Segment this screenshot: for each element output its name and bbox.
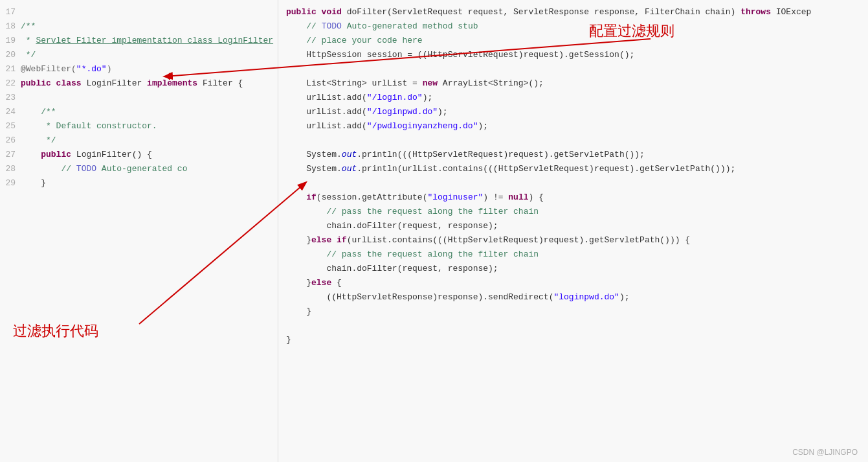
code-line: urlList.add("/login.do"); [286,91,868,105]
code-line: List<String> urlList = new ArrayList<Str… [286,76,868,91]
code-line: 21 @WebFilter("*.do") [0,62,278,76]
code-line [286,133,868,148]
code-container: 17 18 /** 19 * Servlet Filter implementa… [0,0,868,462]
code-line [286,176,868,191]
code-line [286,319,868,333]
code-line: urlList.add("/pwdloginyanzheng.do"); [286,119,868,133]
code-line: urlList.add("/loginpwd.do"); [286,105,868,119]
code-line: } [286,333,868,347]
code-line: 24 /** [0,105,278,119]
code-line: }else if(urlList.contains(((HttpServletR… [286,233,868,248]
code-line: if(session.getAttribute("loginuser") != … [286,191,868,205]
code-line: 28 // TODO Auto-generated co [0,162,278,176]
code-line: // pass the request along the filter cha… [286,248,868,262]
code-line: public void doFilter(ServletRequest requ… [286,5,868,19]
code-line: 27 public LoginFilter() { [0,148,278,162]
code-line: 23 [0,91,278,105]
code-line: } [286,305,868,319]
code-line: 18 /** [0,19,278,34]
code-line: System.out.println(urlList.contains(((Ht… [286,162,868,176]
code-line: System.out.println(((HttpServletRequest)… [286,148,868,162]
code-line: }else { [286,276,868,290]
code-line: 25 * Default constructor. [0,119,278,133]
code-line: // TODO Auto-generated method stub [286,19,868,34]
credit-text: CSDN @LJINGPO [792,448,858,457]
code-line [286,62,868,76]
code-line: // place your code here [286,34,868,48]
code-line: 26 */ [0,133,278,148]
right-panel: public void doFilter(ServletRequest requ… [278,0,868,462]
code-line: chain.doFilter(request, response); [286,219,868,233]
left-panel: 17 18 /** 19 * Servlet Filter implementa… [0,0,278,462]
code-line: 22 public class LoginFilter implements F… [0,76,278,91]
code-line: 17 [0,5,278,19]
code-line: // pass the request along the filter cha… [286,205,868,219]
code-line: 29 } [0,176,278,191]
code-line: ((HttpServletResponse)response).sendRedi… [286,290,868,305]
code-line: HttpSession session = ((HttpServletReque… [286,48,868,62]
code-line: chain.doFilter(request, response); [286,262,868,276]
code-line: 20 */ [0,48,278,62]
code-line: 19 * Servlet Filter implementation class… [0,34,278,48]
